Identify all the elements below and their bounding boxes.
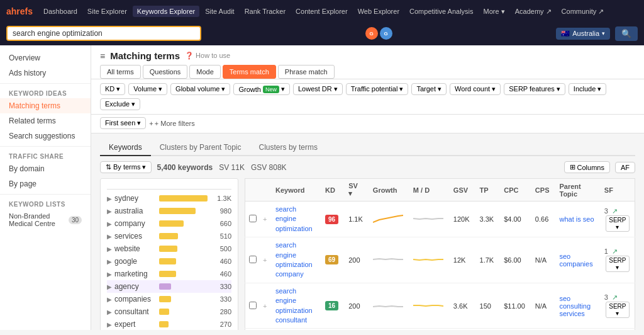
term-row-sydney[interactable]: ▶ sydney 1.3K — [107, 192, 231, 205]
tab-clusters-parent[interactable]: Clusters by Parent Topic — [151, 140, 250, 156]
parent-topic-link[interactable]: seo companies — [559, 253, 592, 268]
sidebar-badge: 30 — [69, 216, 82, 224]
table-row: + search engine optimization company 69 … — [245, 237, 635, 283]
country-selector[interactable]: 🇦🇺 Australia ▾ — [556, 28, 610, 40]
term-row-agency[interactable]: ▶ agency 330 — [107, 280, 231, 293]
term-name: company — [114, 219, 155, 228]
sidebar-item-label: Non-Branded Medical Centre — [9, 212, 69, 227]
nav-link-web-explorer[interactable]: Web Explorer — [353, 6, 404, 17]
search-input[interactable] — [13, 29, 195, 38]
sidebar-item-overview[interactable]: Overview — [0, 50, 91, 65]
tab-clusters-terms[interactable]: Clusters by terms — [250, 140, 326, 156]
serp-btn[interactable]: SERP ▾ — [606, 302, 630, 318]
sidebar-section-traffic-share: Traffic share — [0, 149, 91, 161]
nav-link-more[interactable]: More ▾ — [479, 6, 509, 18]
term-row-website[interactable]: ▶ website 500 — [107, 242, 231, 255]
col-sf[interactable]: SF — [599, 179, 635, 202]
filter-exclude[interactable]: Exclude ▾ — [100, 98, 140, 110]
term-row-companies[interactable]: ▶ companies 330 — [107, 293, 231, 305]
sidebar-item-non-branded[interactable]: Non-Branded Medical Centre 30 — [0, 209, 91, 230]
terms-panel: ▶ sydney 1.3K ▶ australia 980 ▶ company — [100, 178, 238, 330]
filter-serp-features[interactable]: SERP features ▾ — [504, 83, 565, 95]
tab-phrase-match[interactable]: Phrase match — [278, 65, 335, 79]
col-growth[interactable]: Growth — [368, 179, 408, 202]
tab-terms-match[interactable]: Terms match — [223, 65, 276, 79]
tab-all-terms[interactable]: All terms — [100, 65, 141, 79]
term-row-consultant[interactable]: ▶ consultant 280 — [107, 305, 231, 318]
term-row-services[interactable]: ▶ services 510 — [107, 230, 231, 242]
serp-btn[interactable]: SERP ▾ — [606, 256, 630, 272]
col-tp[interactable]: TP — [475, 179, 499, 202]
sidebar-item-search-suggestions[interactable]: Search suggestions — [0, 128, 91, 144]
row-checkbox[interactable] — [249, 215, 257, 222]
serp-btn[interactable]: SERP ▾ — [606, 215, 630, 232]
nav-link-rank-tracker[interactable]: Rank Tracker — [240, 6, 290, 17]
filter-global-volume[interactable]: Global volume ▾ — [170, 83, 230, 95]
gg-logo: G G — [365, 27, 392, 40]
nav-link-academy[interactable]: Academy ↗ — [511, 6, 556, 18]
sidebar-item-by-domain[interactable]: By domain — [0, 161, 91, 176]
table-row: + search engine 60 200 — [245, 329, 635, 330]
nav-link-community[interactable]: Community ↗ — [557, 6, 609, 18]
nav-link-content-explorer[interactable]: Content Explorer — [291, 6, 352, 17]
col-kd[interactable]: KD — [320, 179, 343, 202]
term-row-google[interactable]: ▶ google 460 — [107, 255, 231, 268]
nav-link-site-audit[interactable]: Site Audit — [201, 6, 238, 17]
tab-mode[interactable]: Mode — [189, 65, 221, 79]
filter-traffic-potential[interactable]: Traffic potential ▾ — [346, 83, 409, 95]
term-row-marketing[interactable]: ▶ marketing 460 — [107, 268, 231, 280]
parent-topic-link[interactable]: seo consulting services — [559, 295, 591, 317]
filter-word-count[interactable]: Word count ▾ — [450, 83, 501, 95]
col-md[interactable]: M / D — [408, 179, 448, 202]
tabs-row: All terms Questions Mode Terms match Phr… — [100, 65, 635, 79]
col-sv[interactable]: SV ▾ — [343, 179, 368, 202]
filter-target[interactable]: Target ▾ — [411, 83, 447, 95]
col-cpc[interactable]: CPC — [499, 179, 530, 202]
term-row-australia[interactable]: ▶ australia 980 — [107, 205, 231, 217]
md-chart — [413, 254, 443, 264]
keyword-link[interactable]: search engine optimization — [275, 205, 315, 234]
columns-button[interactable]: ⊞ Columns — [564, 161, 610, 173]
nav-link-site-explorer[interactable]: Site Explorer — [83, 6, 131, 17]
filter-kd[interactable]: KD ▾ — [100, 83, 125, 95]
more-filters-btn[interactable]: + + More filters — [149, 120, 194, 127]
growth-chart — [373, 300, 403, 310]
tab-keywords[interactable]: Keywords — [100, 140, 151, 156]
kd-badge: 96 — [325, 215, 338, 224]
search-button[interactable]: 🔍 — [615, 26, 638, 41]
row-checkbox[interactable] — [249, 256, 257, 263]
af-button[interactable]: AF — [615, 162, 635, 173]
hamburger-icon[interactable]: ≡ — [100, 51, 105, 61]
sidebar-item-ads-history[interactable]: Ads history — [0, 65, 91, 81]
nav-link-keywords-explorer[interactable]: Keywords Explorer — [133, 6, 199, 17]
sidebar-item-matching-terms[interactable]: Matching terms — [0, 98, 91, 113]
tab-questions[interactable]: Questions — [143, 65, 188, 79]
filter-growth[interactable]: Growth New ▾ — [233, 83, 289, 95]
keyword-link[interactable]: search engine optimization consultant — [275, 287, 315, 326]
sidebar-item-related-terms[interactable]: Related terms — [0, 113, 91, 128]
filter-first-seen[interactable]: First seen ▾ — [100, 117, 146, 129]
top-nav: ahrefs Dashboard Site Explorer Keywords … — [0, 0, 644, 23]
col-gsv[interactable]: GSV — [448, 179, 475, 202]
col-parent[interactable]: Parent Topic — [554, 179, 599, 202]
page-title: Matching terms — [110, 50, 180, 61]
keyword-link[interactable]: search engine optimization company — [275, 241, 315, 280]
nav-link-competitive[interactable]: Competitive Analysis — [405, 6, 478, 17]
row-checkbox[interactable] — [249, 302, 257, 309]
filter-lowest-dr[interactable]: Lowest DR ▾ — [293, 83, 343, 95]
help-link[interactable]: ❓ How to use — [185, 52, 230, 60]
parent-topic-link[interactable]: what is seo — [559, 215, 594, 223]
nav-link-dashboard[interactable]: Dashboard — [39, 6, 82, 17]
col-check — [245, 179, 261, 202]
sidebar-item-by-page[interactable]: By page — [0, 176, 91, 191]
terms-panel-header — [107, 183, 231, 190]
col-keyword[interactable]: Keyword — [270, 179, 320, 202]
term-row-company[interactable]: ▶ company 660 — [107, 217, 231, 230]
col-cps[interactable]: CPS — [530, 179, 555, 202]
filter-include[interactable]: Include ▾ — [569, 83, 607, 95]
term-row-expert[interactable]: ▶ expert 270 — [107, 318, 231, 330]
term-name: consultant — [114, 307, 155, 316]
filter-volume[interactable]: Volume ▾ — [128, 83, 167, 95]
sf-num: 1 — [604, 247, 608, 255]
sort-by-terms[interactable]: ⇅ By terms ▾ — [100, 161, 152, 173]
